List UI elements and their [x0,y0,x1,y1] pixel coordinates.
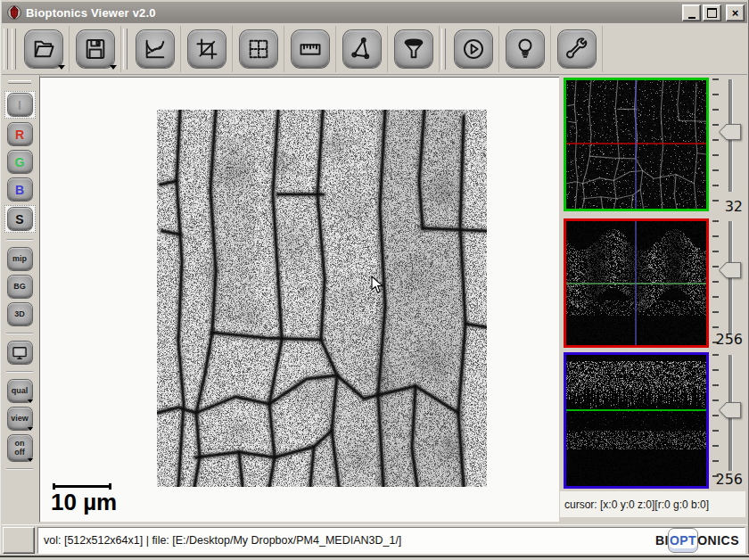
settings-button[interactable] [551,26,603,72]
view-dropdown-button[interactable]: view [8,408,32,430]
sidebar-separator [6,371,33,373]
open-button[interactable] [18,26,70,72]
ruler-button[interactable] [284,26,336,72]
image-viewport[interactable]: 10 µm [39,77,559,522]
histogram-button[interactable] [129,26,181,72]
y-slider-handle[interactable] [719,262,741,278]
x-slider-handle[interactable] [719,402,741,418]
close-button[interactable]: × [726,4,745,21]
channel-button-S[interactable]: S [4,205,36,233]
sidebar-grip[interactable] [8,80,31,84]
x-slider-value: 256 [707,471,743,488]
channel-label-R: R [15,128,24,142]
title-bar[interactable]: Bioptonics Viewer v2.0 × [2,2,747,23]
status-field: vol: [512x512x64x1] | file: [E:/Desktop/… [37,527,745,554]
onoff-dropdown-button[interactable]: on off [8,435,32,461]
histogram-curve-icon [136,30,174,68]
light-button[interactable] [499,26,551,72]
funnel-filter-icon [395,30,432,68]
wrench-icon [558,30,596,68]
bg-label: BG [13,283,26,291]
mip-label: mip [12,255,27,263]
toolbar-grip[interactable] [12,29,16,70]
xz-slice-canvas[interactable] [566,221,706,345]
bioptonics-logo: BIOPTONICS [655,528,739,553]
scale-bar-line [54,485,110,488]
microscopy-image[interactable] [157,110,487,487]
status-resize-box [3,527,35,554]
window-bottom-edge [0,554,749,560]
channel-button-B[interactable]: B [8,178,32,201]
sidebar-separator [6,333,33,334]
dropdown-arrow-icon [28,399,33,403]
crop-icon [188,30,226,68]
angle-measure-icon [343,30,381,68]
ruler-icon [292,30,329,68]
toolbar-grip[interactable] [123,29,128,70]
sidebar-separator [6,239,33,241]
play-icon [455,30,492,68]
channel-label-B: B [15,183,24,197]
channel-button-G[interactable]: G [8,151,32,173]
channel-button-R[interactable]: R [8,123,32,145]
grid-select-icon [240,30,277,68]
quality-dropdown-button[interactable]: qual [8,380,32,402]
filter-button[interactable] [388,26,440,72]
main-toolbar [2,24,747,75]
monitor-icon [8,342,32,364]
xz-slice-panel[interactable] [564,218,709,348]
xy-slice-panel[interactable] [564,78,709,211]
save-floppy-icon [77,30,114,68]
toolbar-grip[interactable] [4,29,8,70]
threed-label: 3D [14,310,25,318]
scale-bar: 10 µm [51,485,117,516]
logo-part-right: ONICS [697,533,739,548]
volume-file-info: vol: [512x512x64x1] | file: [E:/Desktop/… [44,534,655,547]
channel-sidebar: I R G B S mip BG 3D qual [0,75,40,523]
mouse-cursor [371,276,383,294]
angle-measure-button[interactable] [336,26,388,72]
slider-ticks [712,78,719,210]
dropdown-arrow-icon [28,458,33,462]
grid-button[interactable] [233,26,284,72]
quality-label: qual [12,387,29,395]
crop-button[interactable] [181,26,233,72]
bg-button[interactable]: BG [8,276,32,298]
app-window: Bioptonics Viewer v2.0 × [0,0,749,560]
channel-button-I[interactable]: I [4,91,36,119]
folder-open-icon [25,30,62,68]
status-bar: vol: [512x512x64x1] | file: [E:/Desktop/… [2,524,747,555]
minimize-button[interactable] [682,4,701,21]
off-label: off [14,449,25,457]
yz-slice-panel[interactable] [564,352,709,489]
dropdown-arrow-icon [110,65,117,70]
yz-slice-canvas[interactable] [566,355,706,486]
display-button[interactable] [8,342,32,364]
dropdown-arrow-icon [28,427,33,431]
cursor-status: cursor: [x:0 y:0 z:0][r:0 g:0 b:0] [560,491,745,517]
close-icon: × [732,7,739,19]
toolbar-grip[interactable] [441,29,446,70]
minimize-icon [688,7,696,19]
slider-ticks [712,354,719,488]
slider-ticks [712,220,719,349]
view-label: view [11,415,29,423]
save-button[interactable] [70,26,121,72]
maximize-button[interactable] [703,4,721,21]
logo-part-left: BI [655,533,669,548]
dropdown-arrow-icon [58,65,65,70]
window-title: Bioptonics Viewer v2.0 [26,6,682,20]
z-slider-handle[interactable] [719,124,741,140]
xy-slice-canvas[interactable] [566,80,706,209]
channel-label-I: I [18,98,21,112]
channel-label-S: S [15,212,23,226]
play-button[interactable] [448,26,499,72]
channel-label-G: G [15,155,25,169]
logo-part-mid: OPT [668,528,698,553]
app-icon [6,4,22,21]
mip-button[interactable]: mip [8,248,32,270]
lightbulb-icon [506,30,544,68]
threed-button[interactable]: 3D [8,303,32,325]
maximize-icon [707,8,717,18]
sidebar-separator [6,468,33,470]
